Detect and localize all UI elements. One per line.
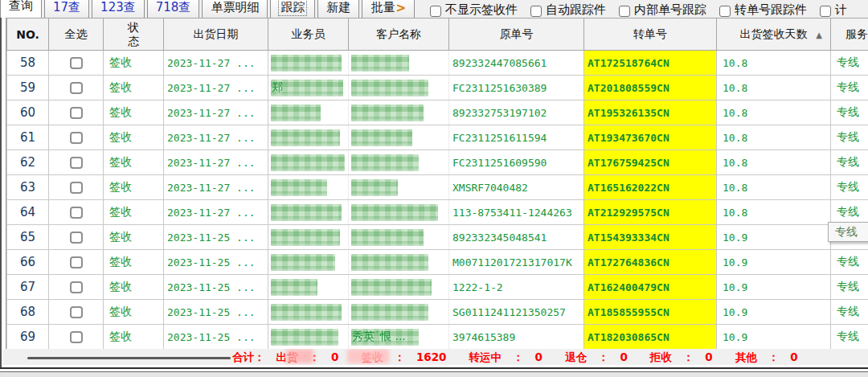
- checkbox-icon[interactable]: [820, 6, 831, 17]
- checkbox-icon[interactable]: [719, 6, 731, 17]
- ship-date-cell: 2023-11-25 ...: [164, 250, 268, 275]
- column-header-label: 原单号: [500, 27, 534, 40]
- column-header-7[interactable]: 转单号: [584, 18, 717, 51]
- customer-cell: [349, 150, 449, 175]
- sign-days-cell: 10.8: [717, 125, 831, 150]
- redacted-customer: [351, 129, 412, 146]
- row-checkbox[interactable]: [70, 182, 83, 194]
- redacted-salesperson: [271, 154, 345, 171]
- sign-days-cell: 10.8: [717, 100, 831, 125]
- column-header-1[interactable]: 全选: [49, 18, 104, 51]
- filter-option-0[interactable]: 不显示签收件: [430, 2, 518, 18]
- row-checkbox[interactable]: [70, 57, 83, 69]
- original-number-cell: 892332753197102: [449, 100, 584, 125]
- original-number-cell: 1222-1-2: [449, 275, 584, 300]
- tab-label: 批量: [371, 0, 395, 15]
- table-row: 69签收2023-11-25 ...秀英˙恨 ...3974615389AT18…: [7, 325, 868, 350]
- row-checkbox[interactable]: [70, 256, 83, 268]
- app-window: 查询17查123查718查单票明细跟踪新建批量>不显示签收件自动跟踪件内部单号跟…: [0, 0, 868, 377]
- row-checkbox[interactable]: [70, 281, 83, 293]
- redacted-customer: [351, 55, 409, 72]
- filter-option-2[interactable]: 内部单号跟踪: [619, 2, 706, 18]
- row-checkbox[interactable]: [70, 306, 83, 318]
- tab-4[interactable]: 单票明细: [202, 0, 268, 18]
- filter-option-1[interactable]: 自动跟踪件: [530, 2, 606, 18]
- redacted-salesperson: [271, 329, 338, 346]
- original-number-cell: FC2311251630389: [449, 76, 584, 100]
- row-number-cell: 66: [7, 250, 49, 275]
- redacted-customer: [351, 279, 432, 296]
- row-select-cell: [49, 51, 104, 76]
- summary-value: 0: [534, 350, 542, 363]
- row-checkbox[interactable]: [70, 107, 83, 119]
- original-number-cell: 113-8753411-1244263: [449, 200, 584, 225]
- summary-value: 1620: [416, 350, 447, 363]
- row-checkbox[interactable]: [70, 232, 83, 244]
- row-checkbox[interactable]: [70, 157, 83, 169]
- redacted-salesperson: [271, 104, 321, 121]
- status-cell: 签收: [104, 125, 164, 150]
- row-number-cell: 62: [7, 150, 49, 175]
- sort-ascending-icon[interactable]: ▲: [816, 30, 822, 39]
- row-number-cell: 64: [7, 200, 49, 225]
- column-header-0[interactable]: NO.: [7, 18, 49, 51]
- horizontal-scrollbar-thumb[interactable]: [27, 357, 231, 359]
- column-header-5[interactable]: 客户名称: [349, 18, 449, 51]
- row-checkbox[interactable]: [70, 207, 83, 219]
- salesperson-cell: [268, 275, 349, 300]
- column-header-4[interactable]: 业务员: [268, 18, 349, 51]
- original-number-cell: SG0111241121350257: [449, 300, 584, 325]
- column-header-6[interactable]: 原单号: [449, 18, 584, 51]
- summary-item-3: 退仓：0: [565, 350, 639, 363]
- status-cell: 签收: [104, 150, 164, 175]
- tab-6[interactable]: 新建: [317, 0, 359, 18]
- checkbox-icon[interactable]: [430, 6, 441, 17]
- column-header-3[interactable]: 出货日期: [164, 18, 268, 51]
- checkbox-icon[interactable]: [619, 6, 630, 17]
- row-checkbox[interactable]: [70, 331, 83, 343]
- tab-label: 查询: [9, 0, 33, 14]
- original-number-cell: M00711201721317017K: [449, 250, 584, 275]
- ship-date-cell: 2023-11-27 ...: [164, 76, 268, 100]
- tab-2[interactable]: 123查: [92, 0, 145, 18]
- ship-date-cell: 2023-11-27 ...: [164, 175, 268, 200]
- tab-1[interactable]: 17查: [44, 0, 89, 18]
- transfer-number-cell: AT201808559CN: [584, 76, 717, 100]
- tab-3[interactable]: 718查: [147, 0, 200, 18]
- customer-cell: [349, 275, 449, 300]
- tab-7[interactable]: 批量>: [362, 0, 415, 18]
- tab-bar: 查询17查123查718查单票明细跟踪新建批量>不显示签收件自动跟踪件内部单号跟…: [0, 0, 868, 18]
- column-header-label: 业务员: [292, 27, 326, 40]
- row-number-cell: 61: [7, 125, 49, 150]
- column-header-2[interactable]: 状态: [104, 18, 164, 51]
- summary-value: 0: [620, 350, 627, 363]
- tab-5[interactable]: 跟踪: [270, 0, 315, 18]
- row-checkbox[interactable]: [70, 82, 83, 94]
- column-header-8[interactable]: 出货签收天数▲: [717, 18, 831, 51]
- status-cell: 签收: [104, 275, 164, 300]
- column-header-9[interactable]: 服务: [831, 18, 868, 51]
- status-cell: 签收: [104, 325, 164, 350]
- ship-date-cell: 2023-11-25 ...: [164, 300, 268, 325]
- filter-option-4[interactable]: 计: [820, 2, 847, 18]
- table-row: 60签收2023-11-27 ...892332753197102AT19532…: [7, 100, 868, 125]
- ship-date-cell: 2023-11-25 ...: [164, 225, 268, 250]
- tab-label: 新建: [326, 0, 350, 15]
- original-number-cell: 892332345048541: [449, 225, 584, 250]
- ship-date-cell: 2023-11-25 ...: [164, 325, 268, 350]
- summary-item-4: 拒收：0: [650, 350, 724, 363]
- table-scroll-area[interactable]: NO.全选状态出货日期业务员客户名称原单号转单号出货签收天数▲服务 58签收20…: [6, 18, 868, 349]
- service-cell: 专线: [831, 100, 868, 125]
- transfer-number-cell: AT185855955CN: [584, 300, 717, 325]
- row-select-cell: [49, 300, 104, 325]
- row-checkbox[interactable]: [70, 132, 83, 144]
- filter-option-3[interactable]: 转单号跟踪件: [719, 2, 807, 18]
- table-body: 58签收2023-11-27 ...892332447085661AT17251…: [7, 51, 868, 350]
- tab-0[interactable]: 查询: [0, 0, 42, 18]
- checkbox-icon[interactable]: [530, 6, 542, 17]
- sign-days-cell: 10.9: [717, 275, 831, 300]
- table-row: 58签收2023-11-27 ...892332447085661AT17251…: [7, 51, 868, 76]
- ship-date-cell: 2023-11-27 ...: [164, 51, 268, 76]
- redacted-salesperson: 郑: [271, 80, 343, 96]
- redacted-salesperson: [271, 129, 340, 146]
